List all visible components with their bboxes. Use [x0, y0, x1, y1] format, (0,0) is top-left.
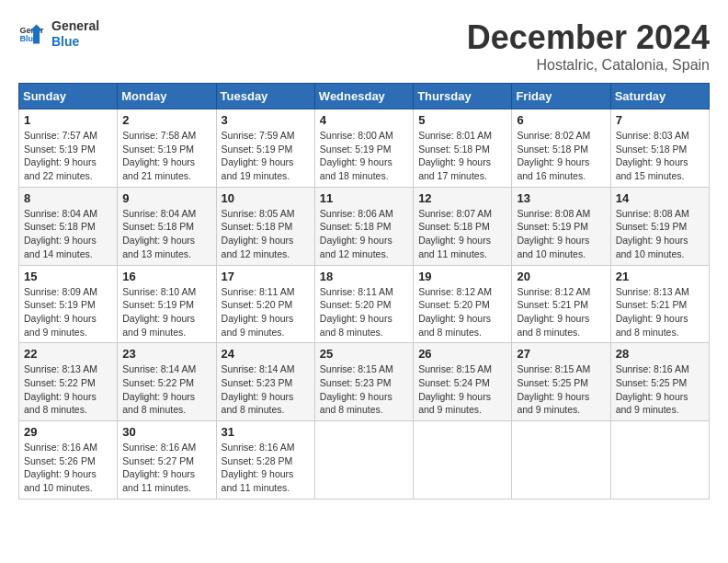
day-number: 31	[222, 425, 310, 439]
calendar-week-1: 1 Sunrise: 7:57 AMSunset: 5:19 PMDayligh…	[19, 109, 710, 188]
day-number: 12	[418, 191, 506, 205]
weekday-header-monday: Monday	[118, 84, 216, 109]
day-info: Sunrise: 7:59 AMSunset: 5:19 PMDaylight:…	[222, 130, 295, 181]
day-cell-6: 6 Sunrise: 8:02 AMSunset: 5:18 PMDayligh…	[512, 109, 610, 188]
day-cell-31: 31 Sunrise: 8:16 AMSunset: 5:28 PMDaylig…	[216, 421, 314, 500]
calendar-week-3: 15 Sunrise: 8:09 AMSunset: 5:19 PMDaylig…	[19, 265, 710, 343]
day-cell-1: 1 Sunrise: 7:57 AMSunset: 5:19 PMDayligh…	[19, 109, 118, 188]
day-cell-4: 4 Sunrise: 8:00 AMSunset: 5:19 PMDayligh…	[314, 109, 413, 188]
day-number: 14	[616, 191, 704, 205]
day-info: Sunrise: 8:15 AMSunset: 5:23 PMDaylight:…	[320, 363, 393, 415]
day-number: 20	[517, 270, 605, 283]
day-info: Sunrise: 8:03 AMSunset: 5:18 PMDaylight:…	[616, 130, 689, 181]
day-info: Sunrise: 8:01 AMSunset: 5:18 PMDaylight:…	[418, 130, 492, 181]
day-cell-29: 29 Sunrise: 8:16 AMSunset: 5:26 PMDaylig…	[19, 421, 118, 500]
day-number: 6	[517, 113, 605, 127]
day-cell-11: 11 Sunrise: 8:06 AMSunset: 5:18 PMDaylig…	[314, 187, 413, 265]
weekday-header-row: SundayMondayTuesdayWednesdayThursdayFrid…	[19, 84, 710, 109]
day-number: 28	[616, 347, 704, 361]
day-info: Sunrise: 7:58 AMSunset: 5:19 PMDaylight:…	[122, 130, 196, 181]
day-info: Sunrise: 8:15 AMSunset: 5:25 PMDaylight:…	[517, 363, 590, 415]
day-number: 8	[24, 191, 112, 205]
calendar-week-4: 22 Sunrise: 8:13 AMSunset: 5:22 PMDaylig…	[19, 343, 710, 421]
title-block: December 2024 Hostalric, Catalonia, Spai…	[467, 18, 710, 74]
day-cell-18: 18 Sunrise: 8:11 AMSunset: 5:20 PMDaylig…	[314, 265, 413, 343]
weekday-header-sunday: Sunday	[19, 84, 118, 109]
day-cell-19: 19 Sunrise: 8:12 AMSunset: 5:20 PMDaylig…	[414, 265, 512, 343]
day-number: 24	[222, 347, 310, 361]
empty-cell	[314, 421, 413, 500]
day-info: Sunrise: 8:11 AMSunset: 5:20 PMDaylight:…	[320, 286, 393, 338]
day-number: 29	[24, 425, 112, 439]
day-number: 13	[517, 191, 605, 205]
day-info: Sunrise: 8:11 AMSunset: 5:20 PMDaylight:…	[222, 286, 295, 338]
day-cell-20: 20 Sunrise: 8:12 AMSunset: 5:21 PMDaylig…	[512, 265, 610, 343]
day-cell-9: 9 Sunrise: 8:04 AMSunset: 5:18 PMDayligh…	[118, 187, 216, 265]
day-cell-7: 7 Sunrise: 8:03 AMSunset: 5:18 PMDayligh…	[610, 109, 709, 188]
weekday-header-tuesday: Tuesday	[216, 84, 314, 109]
page-header: General Blue General Blue December 2024 …	[18, 18, 710, 74]
day-info: Sunrise: 8:16 AMSunset: 5:25 PMDaylight:…	[616, 363, 689, 415]
logo-icon: General Blue	[18, 21, 44, 47]
day-number: 23	[122, 347, 210, 361]
day-cell-5: 5 Sunrise: 8:01 AMSunset: 5:18 PMDayligh…	[414, 109, 512, 188]
day-number: 1	[24, 113, 112, 127]
calendar-week-2: 8 Sunrise: 8:04 AMSunset: 5:18 PMDayligh…	[19, 187, 710, 265]
day-cell-2: 2 Sunrise: 7:58 AMSunset: 5:19 PMDayligh…	[118, 109, 216, 188]
day-number: 17	[222, 270, 310, 283]
day-cell-16: 16 Sunrise: 8:10 AMSunset: 5:19 PMDaylig…	[118, 265, 216, 343]
day-info: Sunrise: 8:16 AMSunset: 5:28 PMDaylight:…	[222, 442, 295, 493]
logo: General Blue General Blue	[18, 18, 99, 50]
day-number: 22	[24, 347, 112, 361]
day-number: 4	[320, 113, 408, 127]
day-cell-27: 27 Sunrise: 8:15 AMSunset: 5:25 PMDaylig…	[512, 343, 610, 421]
day-number: 15	[24, 270, 112, 283]
day-info: Sunrise: 8:04 AMSunset: 5:18 PMDaylight:…	[24, 208, 97, 259]
day-info: Sunrise: 8:15 AMSunset: 5:24 PMDaylight:…	[418, 363, 492, 415]
day-info: Sunrise: 8:14 AMSunset: 5:22 PMDaylight:…	[122, 363, 196, 415]
day-info: Sunrise: 8:07 AMSunset: 5:18 PMDaylight:…	[418, 208, 492, 259]
day-cell-23: 23 Sunrise: 8:14 AMSunset: 5:22 PMDaylig…	[118, 343, 216, 421]
day-info: Sunrise: 8:16 AMSunset: 5:27 PMDaylight:…	[122, 442, 196, 493]
day-number: 21	[616, 270, 704, 283]
day-info: Sunrise: 8:08 AMSunset: 5:19 PMDaylight:…	[616, 208, 689, 259]
day-number: 16	[122, 270, 210, 283]
day-info: Sunrise: 8:12 AMSunset: 5:20 PMDaylight:…	[418, 286, 492, 338]
day-cell-15: 15 Sunrise: 8:09 AMSunset: 5:19 PMDaylig…	[19, 265, 118, 343]
day-cell-26: 26 Sunrise: 8:15 AMSunset: 5:24 PMDaylig…	[414, 343, 512, 421]
day-cell-10: 10 Sunrise: 8:05 AMSunset: 5:18 PMDaylig…	[216, 187, 314, 265]
month-year-title: December 2024	[467, 18, 710, 57]
day-cell-17: 17 Sunrise: 8:11 AMSunset: 5:20 PMDaylig…	[216, 265, 314, 343]
day-number: 5	[418, 113, 506, 127]
day-info: Sunrise: 8:13 AMSunset: 5:21 PMDaylight:…	[616, 286, 689, 338]
day-number: 10	[222, 191, 310, 205]
empty-cell	[610, 421, 709, 500]
day-info: Sunrise: 8:04 AMSunset: 5:18 PMDaylight:…	[122, 208, 196, 259]
day-number: 7	[616, 113, 704, 127]
day-info: Sunrise: 8:06 AMSunset: 5:18 PMDaylight:…	[320, 208, 393, 259]
logo-blue: Blue	[51, 34, 99, 50]
day-info: Sunrise: 8:05 AMSunset: 5:18 PMDaylight:…	[222, 208, 295, 259]
day-cell-21: 21 Sunrise: 8:13 AMSunset: 5:21 PMDaylig…	[610, 265, 709, 343]
weekday-header-saturday: Saturday	[610, 84, 709, 109]
day-cell-8: 8 Sunrise: 8:04 AMSunset: 5:18 PMDayligh…	[19, 187, 118, 265]
day-cell-24: 24 Sunrise: 8:14 AMSunset: 5:23 PMDaylig…	[216, 343, 314, 421]
weekday-header-friday: Friday	[512, 84, 610, 109]
calendar-week-5: 29 Sunrise: 8:16 AMSunset: 5:26 PMDaylig…	[19, 421, 710, 500]
day-number: 3	[222, 113, 310, 127]
weekday-header-thursday: Thursday	[414, 84, 512, 109]
day-number: 30	[122, 425, 210, 439]
day-number: 9	[122, 191, 210, 205]
day-number: 27	[517, 347, 605, 361]
day-number: 18	[320, 270, 408, 283]
day-info: Sunrise: 8:08 AMSunset: 5:19 PMDaylight:…	[517, 208, 590, 259]
day-info: Sunrise: 8:10 AMSunset: 5:19 PMDaylight:…	[122, 286, 196, 338]
day-number: 26	[418, 347, 506, 361]
weekday-header-wednesday: Wednesday	[314, 84, 413, 109]
day-cell-13: 13 Sunrise: 8:08 AMSunset: 5:19 PMDaylig…	[512, 187, 610, 265]
day-cell-28: 28 Sunrise: 8:16 AMSunset: 5:25 PMDaylig…	[610, 343, 709, 421]
day-info: Sunrise: 8:12 AMSunset: 5:21 PMDaylight:…	[517, 286, 590, 338]
day-number: 19	[418, 270, 506, 283]
day-cell-30: 30 Sunrise: 8:16 AMSunset: 5:27 PMDaylig…	[118, 421, 216, 500]
day-cell-12: 12 Sunrise: 8:07 AMSunset: 5:18 PMDaylig…	[414, 187, 512, 265]
